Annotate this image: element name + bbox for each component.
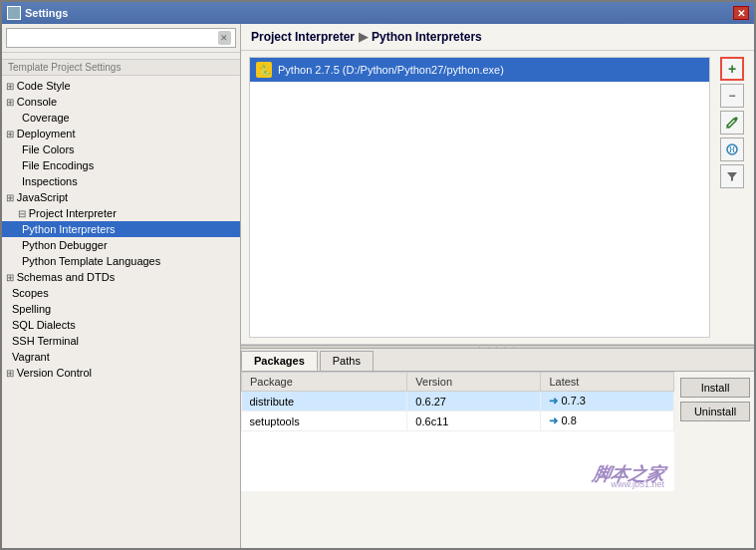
remove-interpreter-button[interactable]: − xyxy=(720,84,744,108)
watermark-area: 脚本之家 www.jb51.net xyxy=(241,431,674,491)
sidebar-tree: Template Project Settings Code Style Con… xyxy=(2,53,240,548)
packages-actions: Install Uninstall xyxy=(674,372,754,548)
sidebar-item-ssh-terminal[interactable]: SSH Terminal xyxy=(2,333,240,349)
pencil-icon xyxy=(725,116,739,130)
filter-icon xyxy=(726,170,738,182)
svg-text:🐍: 🐍 xyxy=(259,64,272,77)
breadcrumb-part2: Python Interpreters xyxy=(372,30,482,44)
package-version: 0.6c11 xyxy=(407,412,541,431)
settings-window: Settings ✕ ✕ Template Project Settings C… xyxy=(0,0,756,550)
sidebar-item-console[interactable]: Console xyxy=(2,94,240,110)
interpreters-area: 🐍 Python 2.7.5 (D:/Python/Python27/pytho… xyxy=(241,51,754,345)
window-title: Settings xyxy=(25,7,68,19)
breadcrumb-part1: Project Interpreter xyxy=(251,30,355,44)
package-latest: ➜ 0.8 xyxy=(541,412,674,431)
search-input[interactable] xyxy=(11,32,218,44)
table-row[interactable]: setuptools 0.6c11 ➜ 0.8 xyxy=(242,412,674,431)
package-version: 0.6.27 xyxy=(407,392,541,412)
sidebar-item-sql-dialects[interactable]: SQL Dialects xyxy=(2,317,240,333)
search-bar: ✕ xyxy=(2,24,240,53)
sidebar-item-vagrant[interactable]: Vagrant xyxy=(2,349,240,365)
sidebar-item-version-control[interactable]: Version Control xyxy=(2,365,240,381)
interpreters-list: 🐍 Python 2.7.5 (D:/Python/Python27/pytho… xyxy=(249,57,710,338)
right-panel: Project Interpreter ▶ Python Interpreter… xyxy=(241,24,754,548)
svg-point-2 xyxy=(727,144,737,154)
search-clear-button[interactable]: ✕ xyxy=(218,31,231,45)
breadcrumb-arrow: ▶ xyxy=(359,30,368,44)
sidebar-item-python-template-languages[interactable]: Python Template Languages xyxy=(2,253,240,269)
package-name: setuptools xyxy=(242,412,407,431)
snake-icon xyxy=(725,142,739,156)
col-header-package: Package xyxy=(242,373,407,392)
sidebar-item-deployment[interactable]: Deployment xyxy=(2,126,240,141)
package-name: distribute xyxy=(242,392,407,412)
sidebar-item-schemas-dtds[interactable]: Schemas and DTDs xyxy=(2,269,240,285)
watermark-subtext: www.jb51.net xyxy=(611,479,664,489)
table-row[interactable]: distribute 0.6.27 ➜ 0.7.3 xyxy=(242,392,674,412)
uninstall-button[interactable]: Uninstall xyxy=(680,402,750,421)
sidebar-item-coverage[interactable]: Coverage xyxy=(2,110,240,126)
sidebar-item-inspections[interactable]: Inspections xyxy=(2,173,240,189)
packages-table-wrap: Package Version Latest distribute 0.6.27 xyxy=(241,372,674,548)
update-arrow-icon: ➜ xyxy=(549,414,558,426)
sidebar-item-scopes[interactable]: Scopes xyxy=(2,285,240,301)
package-latest: ➜ 0.7.3 xyxy=(541,392,674,412)
python-settings-button[interactable] xyxy=(720,138,744,161)
sidebar-item-javascript[interactable]: JavaScript xyxy=(2,189,240,205)
filter-button[interactable] xyxy=(720,164,744,188)
col-header-version: Version xyxy=(407,373,541,392)
interpreter-item[interactable]: 🐍 Python 2.7.5 (D:/Python/Python27/pytho… xyxy=(250,58,709,82)
install-button[interactable]: Install xyxy=(680,378,750,398)
interpreter-label: Python 2.7.5 (D:/Python/Python27/python.… xyxy=(278,64,504,76)
panel-header: Project Interpreter ▶ Python Interpreter… xyxy=(241,24,754,51)
sidebar: ✕ Template Project Settings Code Style C… xyxy=(2,24,241,548)
title-bar-text: Settings xyxy=(7,6,68,20)
title-bar: Settings ✕ xyxy=(2,2,754,24)
sidebar-item-spelling[interactable]: Spelling xyxy=(2,301,240,317)
python-icon: 🐍 xyxy=(256,62,272,78)
edit-interpreter-button[interactable] xyxy=(720,111,744,135)
update-arrow-icon: ➜ xyxy=(549,395,558,407)
sidebar-item-project-interpreter[interactable]: Project Interpreter xyxy=(2,205,240,221)
sidebar-item-file-colors[interactable]: File Colors xyxy=(2,141,240,157)
close-button[interactable]: ✕ xyxy=(733,6,749,20)
settings-icon xyxy=(7,6,21,20)
add-interpreter-button[interactable]: + xyxy=(720,57,744,81)
sidebar-item-code-style[interactable]: Code Style xyxy=(2,78,240,94)
tree-section-label: Template Project Settings xyxy=(2,59,240,76)
tab-packages[interactable]: Packages xyxy=(241,351,318,371)
packages-table: Package Version Latest distribute 0.6.27 xyxy=(241,372,674,431)
interpreter-toolbar: + − xyxy=(718,57,746,338)
packages-panel: Packages Paths Package Version Latest xyxy=(241,349,754,548)
tab-paths[interactable]: Paths xyxy=(320,351,374,371)
sidebar-item-python-interpreters[interactable]: Python Interpreters xyxy=(2,221,240,237)
search-input-wrap: ✕ xyxy=(6,28,236,48)
content-area: ✕ Template Project Settings Code Style C… xyxy=(2,24,754,548)
col-header-latest: Latest xyxy=(541,373,674,392)
sidebar-item-python-debugger[interactable]: Python Debugger xyxy=(2,237,240,253)
tabs-bar: Packages Paths xyxy=(241,349,754,372)
packages-content: Package Version Latest distribute 0.6.27 xyxy=(241,372,754,548)
sidebar-item-file-encodings[interactable]: File Encodings xyxy=(2,157,240,173)
